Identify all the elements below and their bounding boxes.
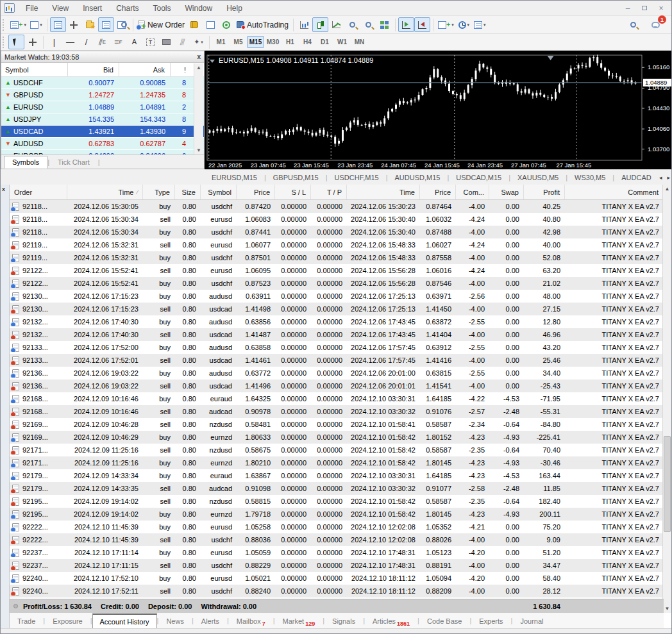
history-column-12[interactable]: Profit	[524, 185, 565, 199]
history-row[interactable]: 92169...2024.12.09 10:46:28sell0.80nzdus…	[10, 418, 664, 431]
metaeditor-button[interactable]	[203, 17, 219, 32]
scroll-up-icon[interactable]: ▲	[196, 65, 201, 71]
column-ask[interactable]: Ask	[119, 63, 171, 76]
terminal-tab-code-base[interactable]: Code Base	[419, 613, 469, 628]
minimize-button[interactable]: –	[619, 3, 636, 13]
history-row[interactable]: 92168...2024.12.09 10:16:46buy0.80euraud…	[10, 392, 664, 405]
chart-shift-button[interactable]	[414, 17, 430, 32]
market-watch-toggle-button[interactable]	[50, 17, 66, 32]
menu-item-file[interactable]: File	[19, 2, 45, 15]
timeframe-m5-button[interactable]: M5	[230, 36, 247, 48]
history-row[interactable]: 92195...2024.12.09 19:14:02buy0.80eurnzd…	[10, 508, 664, 521]
history-row[interactable]: 92168...2024.12.09 10:16:46sell0.80audca…	[10, 405, 664, 418]
history-column-0[interactable]: Order	[10, 185, 67, 199]
zoom-in-button[interactable]	[344, 17, 360, 32]
scroll-up-icon[interactable]: ▲	[663, 186, 671, 192]
column-bid[interactable]: Bid	[68, 63, 119, 76]
menu-item-help[interactable]: Help	[219, 2, 249, 15]
history-row[interactable]: 92132...2024.12.06 17:40:30buy0.80audusd…	[10, 315, 664, 328]
history-row[interactable]: 92179...2024.12.09 14:33:35sell0.80audca…	[10, 482, 664, 495]
history-row[interactable]: 92133...2024.12.06 17:52:01sell0.80usdca…	[10, 354, 664, 367]
history-row[interactable]: 92119...2024.12.06 15:32:31buy0.80usdchf…	[10, 251, 664, 264]
history-row[interactable]: 92136...2024.12.06 19:03:22buy0.80audusd…	[10, 367, 664, 380]
terminal-tab-account-history[interactable]: Account History	[92, 613, 157, 629]
column-spread[interactable]: !	[171, 66, 190, 74]
history-row[interactable]: 92130...2024.12.06 17:15:23buy0.80audusd…	[10, 290, 664, 303]
history-column-3[interactable]: Size	[175, 185, 201, 199]
history-column-13[interactable]: Comment	[565, 185, 664, 199]
history-column-5[interactable]: Price	[237, 185, 275, 199]
history-row[interactable]: 92136...2024.12.06 19:03:22sell0.80usdca…	[10, 380, 664, 392]
history-column-8[interactable]: Time	[347, 185, 420, 199]
zoom-out-button[interactable]	[360, 17, 376, 32]
market-watch-row-usdchf[interactable]: ▲USDCHF0.900770.900858	[1, 77, 204, 89]
history-row[interactable]: 92237...2024.12.10 17:11:15sell0.80usdch…	[10, 559, 664, 572]
cursor-tool-button[interactable]	[8, 35, 24, 49]
navigator-button[interactable]	[82, 17, 98, 32]
menu-item-tools[interactable]: Tools	[146, 2, 178, 15]
scrollbar-thumb[interactable]	[664, 436, 671, 532]
trendline-tool-button[interactable]: /	[78, 35, 94, 49]
market-watch-tab-tick-chart[interactable]: Tick Chart	[49, 156, 98, 169]
terminal-tab-journal[interactable]: Journal	[512, 613, 551, 628]
history-row[interactable]: 92118...2024.12.06 15:30:34sell0.80eurus…	[10, 213, 664, 226]
history-row[interactable]: 92171...2024.12.09 11:25:16sell0.80nzdus…	[10, 444, 664, 456]
history-row[interactable]: 92240...2024.12.10 17:52:11sell0.80usdch…	[10, 585, 664, 597]
text-tool-button[interactable]: A	[126, 35, 142, 49]
history-center-button[interactable]	[187, 17, 203, 32]
chart-area[interactable]: 1.051601.047901.044301.040601.037001.048…	[205, 51, 672, 169]
terminal-tab-experts[interactable]: Experts	[471, 613, 510, 628]
market-watch-row-usdjpy[interactable]: ▲USDJPY154.335154.3438	[1, 113, 204, 126]
market-watch-row-usdcad[interactable]: ▲USDCAD1.439211.439309	[1, 126, 204, 138]
history-row[interactable]: 92222...2024.12.10 11:45:39sell0.80usdch…	[10, 533, 664, 546]
history-column-1[interactable]: Time∕	[67, 185, 143, 199]
candlestick-type-button[interactable]	[312, 17, 328, 32]
market-watch-scrollbar[interactable]: ▲ ▼	[194, 63, 203, 154]
history-row[interactable]: 92118...2024.12.06 15:30:34buy0.80usdchf…	[10, 226, 664, 238]
data-window-button[interactable]	[66, 17, 82, 32]
history-row[interactable]: 92171...2024.12.09 11:25:16buy0.80eurnzd…	[10, 456, 664, 469]
timeframe-m15-button[interactable]: M15	[247, 36, 264, 48]
history-column-7[interactable]: T / P	[311, 185, 347, 199]
market-watch-row-gbpusd[interactable]: ▼GBPUSD1.247271.247358	[1, 89, 204, 101]
history-row[interactable]: 92118...2024.12.06 15:30:05buy0.80usdchf…	[10, 200, 664, 213]
timeframe-h4-button[interactable]: H4	[299, 36, 316, 48]
signals-button[interactable]	[219, 17, 235, 32]
profiles-button[interactable]: ▾	[28, 17, 44, 32]
history-row[interactable]: 92132...2024.12.06 17:40:30sell0.80usdca…	[10, 328, 664, 341]
chart-tab-xauusd-m5[interactable]: XAUUSD,M5	[510, 172, 566, 183]
menu-item-view[interactable]: View	[45, 2, 76, 15]
history-column-6[interactable]: S / L	[275, 185, 311, 199]
text-label-tool-button[interactable]: T	[142, 35, 158, 49]
chart-tab-audusd-m15[interactable]: AUDUSD,M15	[387, 172, 447, 183]
terminal-scrollbar[interactable]: ▲ ▼	[662, 185, 671, 613]
bar-chart-type-button[interactable]	[296, 17, 312, 32]
history-row[interactable]: 92179...2024.12.09 14:33:34buy0.80euraud…	[10, 469, 664, 482]
market-watch-close-icon[interactable]: x	[197, 53, 201, 60]
terminal-tab-trade[interactable]: Trade	[10, 613, 43, 628]
shapes-tool-button[interactable]	[158, 35, 174, 49]
market-watch-row-audusd[interactable]: ▼AUDUSD0.627830.627874	[1, 138, 204, 150]
menu-item-charts[interactable]: Charts	[109, 2, 146, 15]
column-symbol[interactable]: Symbol	[1, 63, 68, 76]
terminal-close-icon[interactable]: x	[2, 186, 5, 192]
notifications-button[interactable]: 1	[648, 17, 664, 32]
new-order-button[interactable]: +New Order	[136, 17, 187, 32]
history-row[interactable]: 92222...2024.12.10 11:45:39buy0.80eurusd…	[10, 521, 664, 533]
timeframe-w1-button[interactable]: W1	[333, 36, 351, 48]
chart-tab-eurusd-m15[interactable]: EURUSD,M15	[205, 172, 264, 183]
history-column-10[interactable]: Com...	[456, 185, 489, 199]
menu-item-insert[interactable]: Insert	[76, 2, 109, 15]
new-chart-button[interactable]: +▾	[8, 17, 28, 32]
timeframe-m30-button[interactable]: M30	[264, 36, 281, 48]
market-watch-row-eurusd[interactable]: ▲EURUSD1.048891.048912	[1, 101, 204, 113]
timeframe-d1-button[interactable]: D1	[316, 36, 333, 48]
chart-tab-usdcad-m15[interactable]: USDCAD,M15	[449, 172, 508, 183]
chart-tab-audcad[interactable]: AUDCAD	[614, 172, 658, 183]
search-button[interactable]	[625, 17, 641, 32]
scroll-right-icon[interactable]: ▸	[667, 174, 670, 181]
terminal-tab-news[interactable]: News	[158, 613, 192, 628]
horizontal-line-tool-button[interactable]: —	[62, 35, 78, 49]
history-row[interactable]: 92122...2024.12.06 15:52:41sell0.80eurus…	[10, 264, 664, 277]
history-row[interactable]: 92130...2024.12.06 17:15:23sell0.80usdca…	[10, 303, 664, 315]
